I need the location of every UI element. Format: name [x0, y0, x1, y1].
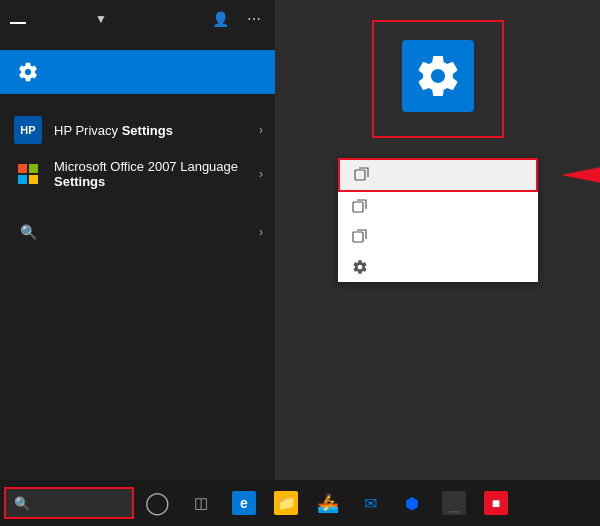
- tab-all[interactable]: [10, 14, 26, 24]
- context-pin-taskbar[interactable]: [338, 222, 538, 252]
- app2-icon[interactable]: ■: [476, 482, 516, 524]
- mail-icon[interactable]: ✉: [350, 482, 390, 524]
- web-search-item[interactable]: 🔍 ›: [0, 210, 275, 254]
- dropbox-icon[interactable]: ⬢: [392, 482, 432, 524]
- big-settings-icon: [402, 40, 474, 112]
- web-chevron: ›: [259, 225, 263, 239]
- taskview-btn[interactable]: ◫: [180, 482, 222, 524]
- ms-icon: [12, 158, 44, 190]
- tab-web[interactable]: [64, 14, 80, 24]
- pin-start-icon: [352, 199, 372, 215]
- hp-chevron: ›: [259, 123, 263, 137]
- apps-label: [0, 94, 275, 108]
- context-app-settings[interactable]: [338, 252, 538, 282]
- app-settings-icon: [352, 259, 372, 275]
- big-icon-area: [372, 20, 504, 138]
- ms-text: Microsoft Office 2007 Language Settings: [54, 159, 259, 189]
- web-search-icon: 🔍: [12, 216, 44, 248]
- context-open[interactable]: [338, 158, 538, 192]
- ms-office-item[interactable]: Microsoft Office 2007 Language Settings …: [0, 152, 275, 196]
- pin-taskbar-icon: [352, 229, 372, 245]
- explorer-icon[interactable]: 📁: [266, 482, 306, 524]
- settings-plus-label: [0, 268, 275, 282]
- hp-text: HP Privacy Settings: [54, 123, 259, 138]
- context-pin-start[interactable]: [338, 192, 538, 222]
- start-menu: ▼ 👤 ⋯: [0, 0, 600, 480]
- svg-rect-0: [355, 170, 365, 180]
- results-area: HP HP Privacy Settings ›: [0, 36, 275, 480]
- ms-chevron: ›: [259, 167, 263, 181]
- context-menu: [338, 158, 538, 282]
- svg-rect-3: [353, 202, 363, 212]
- best-match-item[interactable]: [0, 50, 275, 94]
- tab-documents[interactable]: [46, 14, 62, 24]
- tab-apps[interactable]: [28, 14, 44, 24]
- left-panel: ▼ 👤 ⋯: [0, 0, 275, 480]
- store-icon[interactable]: 🚣: [308, 482, 348, 524]
- documents-label: [0, 254, 275, 268]
- edge-icon[interactable]: e: [224, 482, 264, 524]
- nav-tabs: ▼ 👤 ⋯: [0, 0, 275, 36]
- more-options-icon[interactable]: ⋯: [243, 9, 265, 29]
- tab-more[interactable]: ▼: [82, 8, 115, 30]
- svg-marker-1: [561, 167, 601, 183]
- chevron-down-icon: ▼: [95, 12, 107, 26]
- hp-icon: HP: [12, 114, 44, 146]
- open-icon: [354, 167, 374, 183]
- open-arrow: [541, 163, 601, 187]
- user-search-icon[interactable]: 👤: [208, 9, 233, 29]
- nav-icons: 👤 ⋯: [208, 9, 265, 29]
- taskbar-search-box[interactable]: 🔍: [4, 487, 134, 519]
- cortana-btn[interactable]: ◯: [136, 482, 178, 524]
- taskbar: 🔍 ◯ ◫ e 📁 🚣 ✉ ⬢ ⎯ ■: [0, 480, 600, 526]
- right-panel: [275, 0, 600, 480]
- ms-label: Microsoft Office 2007 Language Settings: [54, 159, 259, 189]
- app1-icon[interactable]: ⎯: [434, 482, 474, 524]
- settings-app-icon: [12, 56, 44, 88]
- taskbar-search-icon: 🔍: [14, 496, 30, 511]
- web-text: [54, 223, 259, 241]
- hp-label: HP Privacy Settings: [54, 123, 259, 138]
- search-web-label: [0, 196, 275, 210]
- best-match-label: [0, 36, 275, 50]
- svg-rect-4: [353, 232, 363, 242]
- hp-privacy-item[interactable]: HP HP Privacy Settings ›: [0, 108, 275, 152]
